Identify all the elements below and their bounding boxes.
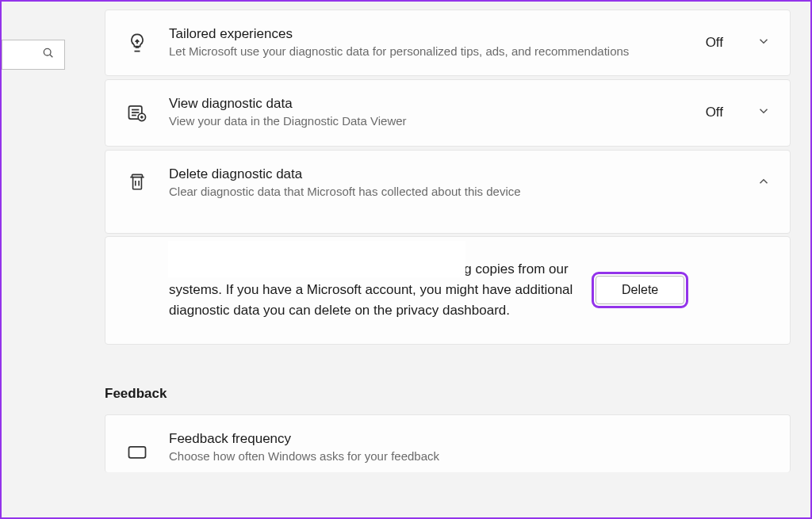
delete-button[interactable]: Delete <box>596 276 684 304</box>
chevron-up-icon <box>756 174 771 192</box>
lightbulb-icon <box>124 32 150 54</box>
card-desc: Choose how often Windows asks for your f… <box>169 448 771 464</box>
card-title: Feedback frequency <box>169 431 771 447</box>
tailored-experiences-card[interactable]: Tailored experiences Let Microsoft use y… <box>105 10 791 76</box>
chevron-down-icon <box>756 34 771 52</box>
card-desc: View your data in the Diagnostic Data Vi… <box>169 113 687 129</box>
chat-icon <box>124 442 150 464</box>
card-text-wrap: View diagnostic data View your data in t… <box>169 96 687 129</box>
search-box[interactable] <box>2 40 65 70</box>
card-text-wrap: Tailored experiences Let Microsoft use y… <box>169 26 687 59</box>
card-text-wrap: Delete diagnostic data Clear diagnostic … <box>169 166 737 200</box>
feedback-frequency-card[interactable]: Feedback frequency Choose how often Wind… <box>105 414 791 472</box>
status-label: Off <box>706 105 723 120</box>
feedback-heading: Feedback <box>105 386 791 402</box>
svg-rect-11 <box>129 447 146 458</box>
svg-point-0 <box>44 48 51 55</box>
search-icon <box>42 47 55 63</box>
view-diagnostic-card[interactable]: View diagnostic data View your data in t… <box>105 79 791 146</box>
data-viewer-icon <box>124 101 150 124</box>
svg-line-1 <box>50 55 52 57</box>
status-label: Off <box>706 35 723 51</box>
trash-icon <box>124 171 150 192</box>
card-desc: Let Microsoft use your diagnostic data f… <box>169 44 687 59</box>
white-overlay <box>168 241 465 277</box>
card-title: Delete diagnostic data <box>169 166 737 182</box>
card-title: Tailored experiences <box>169 26 687 42</box>
card-title: View diagnostic data <box>169 96 687 112</box>
delete-diagnostic-card[interactable]: Delete diagnostic data Clear diagnostic … <box>105 150 791 234</box>
card-desc: Clear diagnostic data that Microsoft has… <box>169 184 737 200</box>
chevron-down-icon <box>756 104 771 121</box>
card-text-wrap: Feedback frequency Choose how often Wind… <box>169 431 771 464</box>
